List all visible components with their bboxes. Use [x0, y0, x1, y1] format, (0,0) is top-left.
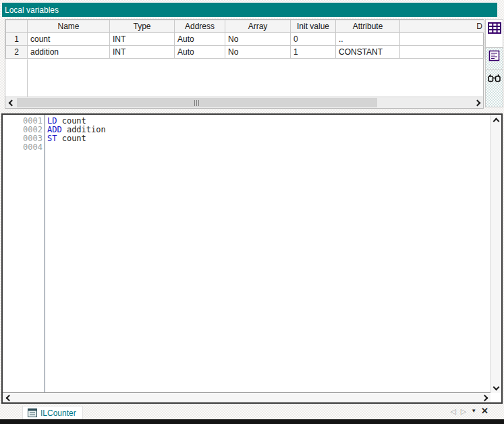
chevron-left-icon [8, 99, 15, 106]
bottom-strip [0, 419, 504, 424]
table-grid-icon [488, 22, 501, 34]
chevron-left-icon [5, 394, 12, 401]
cell-num[interactable]: 2 [6, 46, 28, 59]
cell-type[interactable]: INT [110, 46, 175, 59]
header-row-selector[interactable] [6, 20, 28, 33]
table-view-button[interactable] [485, 19, 503, 47]
chevron-down-icon [493, 383, 499, 390]
code-line[interactable] [47, 143, 491, 152]
code-line[interactable]: ADD addition [47, 126, 491, 134]
tab-ilcounter[interactable]: ILCounter [22, 406, 83, 419]
chevron-right-icon [481, 394, 488, 401]
cell-description[interactable] [400, 46, 484, 59]
scroll-left-button[interactable] [5, 97, 16, 108]
code-line[interactable]: LD count [47, 117, 491, 126]
header-array[interactable]: Array [225, 20, 291, 33]
variables-table: Name Type Address Array Init value Attri… [5, 20, 484, 59]
program-document-icon [28, 408, 37, 417]
document-tab-bar: ILCounter ◁ ▷ ▼ ✕ [0, 405, 504, 419]
tab-navigation: ◁ ▷ ▼ ✕ [450, 406, 488, 416]
header-attribute[interactable]: Attribute [336, 20, 400, 33]
code-line[interactable]: ST count [47, 134, 491, 143]
table-row[interactable]: 1countINTAutoNo0.. [6, 33, 484, 46]
tab-prev-button[interactable]: ◁ [450, 406, 455, 416]
editor-scroll-left-button[interactable] [3, 393, 13, 402]
side-toolbar [485, 19, 503, 107]
cell-attribute[interactable]: .. [336, 33, 400, 46]
editor-hscrollbar[interactable] [3, 392, 491, 402]
panel-title: Local variables [2, 5, 59, 15]
local-variables-window: Local variables Name Type Address Array … [0, 0, 504, 424]
row-header-divider [27, 59, 28, 97]
cell-description[interactable] [400, 33, 484, 46]
editor-body[interactable]: 0001000200030004 LD countADD additionST … [3, 115, 491, 393]
table-hscroll-track[interactable] [16, 97, 472, 108]
cell-num[interactable]: 1 [6, 33, 28, 46]
tab-label: ILCounter [40, 408, 76, 418]
cell-address[interactable]: Auto [175, 33, 225, 46]
chevron-right-icon [474, 99, 480, 106]
tab-close-button[interactable]: ✕ [481, 406, 488, 416]
scroll-right-button[interactable] [472, 97, 483, 108]
panel-title-bar[interactable]: Local variables [1, 2, 498, 18]
header-description[interactable]: D [400, 20, 484, 33]
cell-init_value[interactable]: 1 [291, 46, 336, 59]
document-lines-icon [488, 50, 500, 61]
header-name[interactable]: Name [28, 20, 110, 33]
cell-attribute[interactable]: CONSTANT [336, 46, 400, 59]
cell-type[interactable]: INT [110, 33, 175, 46]
cell-init_value[interactable]: 0 [291, 33, 336, 46]
header-address[interactable]: Address [175, 20, 225, 33]
document-view-button[interactable] [485, 47, 503, 70]
header-type[interactable]: Type [110, 20, 175, 33]
variables-panel: Name Type Address Array Init value Attri… [5, 19, 484, 109]
table-row[interactable]: 2additionINTAutoNo1CONSTANT [6, 46, 484, 59]
editor-vscrollbar[interactable] [490, 115, 501, 393]
tab-list-dropdown-button[interactable]: ▼ [471, 406, 476, 416]
il-editor: 0001000200030004 LD countADD additionST … [1, 113, 503, 404]
line-number-gutter: 0001000200030004 [3, 115, 45, 393]
variables-table-body: 1countINTAutoNo0..2additionINTAutoNo1CON… [6, 33, 484, 59]
chevron-up-icon [493, 117, 499, 124]
il-keyword: ST [47, 134, 57, 143]
header-init-value[interactable]: Init value [291, 20, 336, 33]
gripper-icon [194, 100, 200, 106]
cell-array[interactable]: No [225, 33, 291, 46]
find-button[interactable] [485, 70, 503, 107]
code-area[interactable]: LD countADD additionST count [45, 115, 491, 393]
editor-scroll-right-button[interactable] [480, 393, 491, 402]
table-hscrollbar[interactable] [5, 97, 483, 108]
line-number: 0004 [3, 143, 45, 152]
tab-next-button[interactable]: ▷ [461, 406, 466, 416]
il-keyword: ADD [47, 125, 62, 134]
cell-array[interactable]: No [225, 46, 291, 59]
scroll-up-button[interactable] [491, 115, 501, 126]
binoculars-icon [488, 74, 501, 82]
il-keyword: LD [47, 116, 57, 126]
cell-name[interactable]: addition [28, 46, 110, 59]
table-hscroll-thumb[interactable] [17, 98, 377, 107]
scroll-down-button[interactable] [491, 382, 501, 393]
cell-address[interactable]: Auto [175, 46, 225, 59]
cell-name[interactable]: count [28, 33, 110, 46]
header-row: Name Type Address Array Init value Attri… [6, 20, 484, 33]
